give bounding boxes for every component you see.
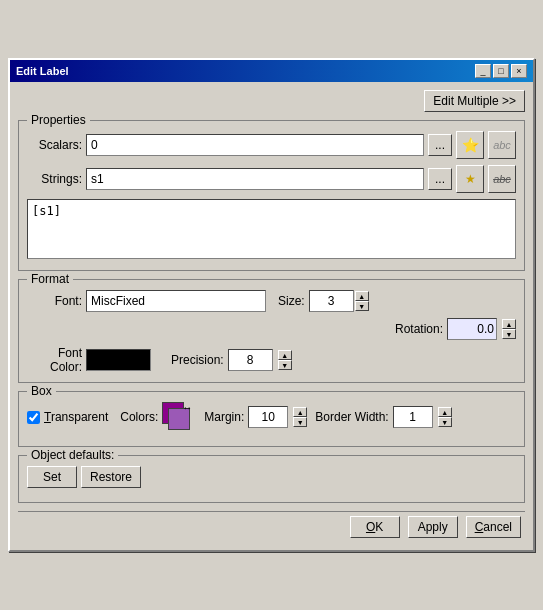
- label-text-area[interactable]: [s1]: [27, 199, 516, 259]
- size-input[interactable]: 3: [309, 290, 354, 312]
- font-color-label: Font Color:: [27, 346, 82, 374]
- object-defaults-group: Object defaults: Set Restore: [18, 455, 525, 503]
- strings-star-icon: ★: [465, 172, 476, 186]
- strings-select[interactable]: s1: [86, 168, 424, 190]
- strings-label: Strings:: [27, 172, 82, 186]
- margin-down-button[interactable]: ▼: [293, 417, 307, 427]
- close-button[interactable]: ×: [511, 64, 527, 78]
- swap-icon: ↔: [182, 402, 192, 413]
- precision-up-button[interactable]: ▲: [278, 350, 292, 360]
- ok-button[interactable]: OK: [350, 516, 400, 538]
- color-swatch-area[interactable]: ↔: [162, 402, 192, 432]
- scalars-select[interactable]: 0: [86, 134, 424, 156]
- abc-icon: abc: [493, 139, 511, 151]
- size-down-button[interactable]: ▼: [355, 301, 369, 311]
- size-label: Size:: [278, 294, 305, 308]
- transparent-checkbox-label[interactable]: Transparent: [27, 410, 108, 424]
- ok-label: OK: [366, 520, 383, 534]
- border-spinner: ▲ ▼: [438, 407, 452, 427]
- margin-input[interactable]: [248, 406, 288, 428]
- rotation-row: Rotation: ▲ ▼: [27, 318, 516, 340]
- precision-spinner: ▲ ▼: [278, 350, 292, 370]
- scalars-star-button[interactable]: ⭐: [456, 131, 484, 159]
- size-spinner: ▲ ▼: [355, 291, 369, 311]
- precision-label: Precision:: [171, 353, 224, 367]
- rotation-spinner: ▲ ▼: [502, 319, 516, 339]
- size-up-button[interactable]: ▲: [355, 291, 369, 301]
- cancel-button[interactable]: Cancel: [466, 516, 521, 538]
- size-input-wrapper: 3 ▲ ▼: [309, 290, 369, 312]
- strings-dots-button[interactable]: ...: [428, 168, 452, 190]
- margin-spinner: ▲ ▼: [293, 407, 307, 427]
- border-down-button[interactable]: ▼: [438, 417, 452, 427]
- star-icon: ⭐: [462, 137, 479, 153]
- edit-label-window: Edit Label _ □ × Edit Multiple >> Proper…: [8, 58, 535, 552]
- minimize-button[interactable]: _: [475, 64, 491, 78]
- format-group: Format Font: MiscFixed Size: 3 ▲ ▼: [18, 279, 525, 383]
- border-up-button[interactable]: ▲: [438, 407, 452, 417]
- margin-up-button[interactable]: ▲: [293, 407, 307, 417]
- box-group: Box Transparent Colors: ↔ Margin: ▲ ▼: [18, 391, 525, 447]
- edit-multiple-button[interactable]: Edit Multiple >>: [424, 90, 525, 112]
- border-width-input[interactable]: [393, 406, 433, 428]
- precision-input[interactable]: [228, 349, 273, 371]
- strings-star-button[interactable]: ★: [456, 165, 484, 193]
- bottom-buttons: OK Apply Cancel: [18, 511, 525, 542]
- properties-group-label: Properties: [27, 113, 90, 127]
- maximize-button[interactable]: □: [493, 64, 509, 78]
- window-title: Edit Label: [16, 65, 69, 77]
- strings-select-wrapper: s1: [86, 168, 424, 190]
- rotation-down-button[interactable]: ▼: [502, 329, 516, 339]
- object-defaults-row: Set Restore: [27, 466, 516, 488]
- restore-button[interactable]: Restore: [81, 466, 141, 488]
- font-label: Font:: [27, 294, 82, 308]
- text-area-wrapper: [s1]: [27, 199, 516, 262]
- precision-down-button[interactable]: ▼: [278, 360, 292, 370]
- scalars-dots-button[interactable]: ...: [428, 134, 452, 156]
- rotation-up-button[interactable]: ▲: [502, 319, 516, 329]
- object-defaults-label: Object defaults:: [27, 448, 118, 462]
- apply-button[interactable]: Apply: [408, 516, 458, 538]
- scalars-label: Scalars:: [27, 138, 82, 152]
- fontcolor-precision-row: Font Color: Precision: ▲ ▼: [27, 346, 516, 374]
- title-bar: Edit Label _ □ ×: [10, 60, 533, 82]
- properties-group: Properties Scalars: 0 ... ⭐ abc: [18, 120, 525, 271]
- margin-label: Margin:: [204, 410, 244, 424]
- rotation-label: Rotation:: [395, 322, 443, 336]
- strings-row: Strings: s1 ... ★ abc: [27, 165, 516, 193]
- font-select[interactable]: MiscFixed: [86, 290, 266, 312]
- box-row: Transparent Colors: ↔ Margin: ▲ ▼ Border…: [27, 402, 516, 432]
- edit-multiple-row: Edit Multiple >>: [18, 90, 525, 112]
- rotation-input[interactable]: [447, 318, 497, 340]
- scalars-row: Scalars: 0 ... ⭐ abc: [27, 131, 516, 159]
- format-group-label: Format: [27, 272, 73, 286]
- strings-abc-button[interactable]: abc: [488, 165, 516, 193]
- font-row: Font: MiscFixed Size: 3 ▲ ▼: [27, 290, 516, 312]
- window-content: Edit Multiple >> Properties Scalars: 0 .…: [10, 82, 533, 550]
- colors-label: Colors:: [120, 410, 158, 424]
- transparent-label: Transparent: [44, 410, 108, 424]
- box-group-label: Box: [27, 384, 56, 398]
- font-color-swatch[interactable]: [86, 349, 151, 371]
- cancel-label: Cancel: [475, 520, 512, 534]
- scalars-select-wrapper: 0: [86, 134, 424, 156]
- border-width-label: Border Width:: [315, 410, 388, 424]
- scalars-abc-button[interactable]: abc: [488, 131, 516, 159]
- strings-abc-icon: abc: [493, 173, 511, 185]
- set-button[interactable]: Set: [27, 466, 77, 488]
- transparent-checkbox[interactable]: [27, 411, 40, 424]
- title-bar-buttons: _ □ ×: [475, 64, 527, 78]
